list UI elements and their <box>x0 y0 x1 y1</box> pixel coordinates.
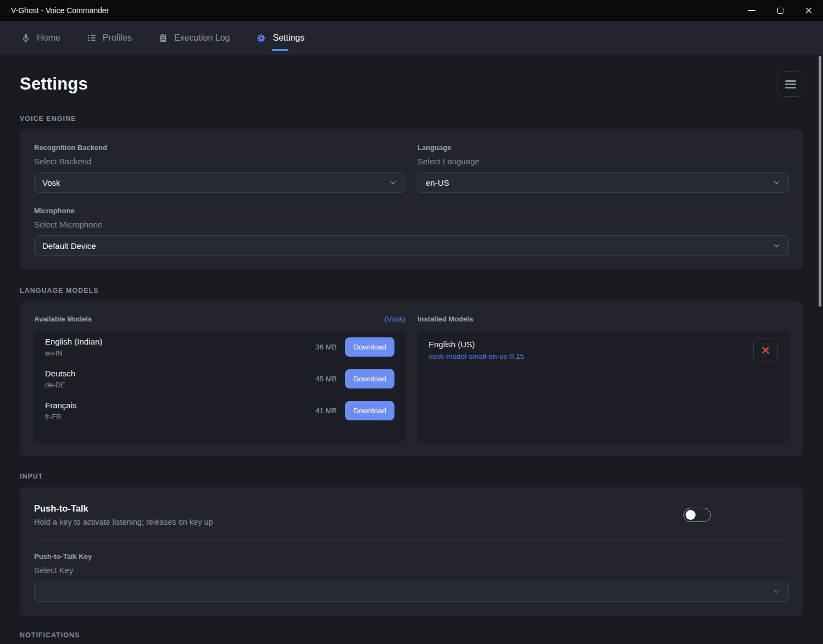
tab-execution-log[interactable]: Execution Log <box>157 21 231 55</box>
available-models-label: Available Models <box>34 315 92 323</box>
push-to-talk-label: Push-to-Talk <box>34 503 213 514</box>
title-bar: V-Ghost - Voice Commander <box>0 0 823 21</box>
microphone-select[interactable]: Default Device <box>34 235 789 256</box>
model-name: English (US) <box>429 340 524 349</box>
push-to-talk-key-field: Push-to-Talk Key Select Key <box>34 552 789 602</box>
hamburger-icon <box>785 79 796 90</box>
language-field: Language Select Language en-US <box>418 143 789 193</box>
scrollbar-thumb[interactable] <box>819 56 821 307</box>
push-to-talk-text: Push-to-Talk Hold a key to activate list… <box>34 503 213 526</box>
push-to-talk-description: Hold a key to activate listening; releas… <box>34 518 213 526</box>
backend-select-value: Vosk <box>42 178 60 187</box>
chevron-down-icon <box>772 587 781 596</box>
microphone-icon <box>21 33 31 43</box>
minimize-button[interactable] <box>737 0 766 21</box>
field-label: Recognition Backend <box>34 143 405 152</box>
input-card: Push-to-Talk Hold a key to activate list… <box>20 487 803 616</box>
model-code: de-DE <box>45 381 75 389</box>
gear-icon <box>256 33 266 43</box>
model-size: 45 MB <box>315 375 337 383</box>
microphone-select-value: Default Device <box>42 241 96 251</box>
divider <box>34 539 789 540</box>
installed-models-list: English (US) vosk-model-small-en-us-0.15 <box>418 331 789 443</box>
page-title: Settings <box>20 74 88 94</box>
window-controls <box>737 0 823 21</box>
field-label: Microphone <box>34 207 789 215</box>
download-button[interactable]: Download <box>345 337 394 357</box>
clipboard-icon <box>158 33 168 43</box>
section-heading-notifications: NOTIFICATIONS <box>20 631 803 639</box>
model-name: Français <box>45 401 77 410</box>
section-heading-voice-engine: VOICE ENGINE <box>20 115 803 123</box>
model-id: vosk-model-small-en-us-0.15 <box>429 352 524 360</box>
language-models-card: Available Models (Vosk) English (Indian)… <box>20 301 803 456</box>
section-heading-input: INPUT <box>20 473 803 480</box>
download-button[interactable]: Download <box>345 369 394 388</box>
available-models-list: English (Indian) en-IN 36 MB Download <box>34 331 405 443</box>
field-sublabel: Select Microphone <box>34 220 789 229</box>
language-select[interactable]: en-US <box>418 172 789 193</box>
model-name: Deutsch <box>45 369 75 378</box>
model-info: Français fr-FR <box>45 401 77 421</box>
section-heading-language-models: LANGUAGE MODELS <box>20 287 803 295</box>
model-info: English (US) vosk-model-small-en-us-0.15 <box>429 340 524 360</box>
model-info: Deutsch de-DE <box>45 369 75 389</box>
list-icon <box>87 33 97 43</box>
close-button[interactable] <box>794 0 823 21</box>
installed-models-label: Installed Models <box>418 315 473 323</box>
field-sublabel: Select Backend <box>34 157 405 166</box>
tab-home[interactable]: Home <box>20 21 62 55</box>
model-code: en-IN <box>45 349 102 357</box>
model-name: English (Indian) <box>45 337 102 346</box>
settings-page: Settings VOICE ENGINE Recognition Backen… <box>0 71 823 639</box>
active-tab-indicator <box>272 49 288 51</box>
model-actions: 36 MB Download <box>315 337 394 357</box>
chevron-down-icon <box>389 179 397 187</box>
download-button[interactable]: Download <box>345 401 394 420</box>
nav-bar: Home Profiles <box>0 21 823 55</box>
recognition-backend-field: Recognition Backend Select Backend Vosk <box>34 143 405 193</box>
minimize-icon <box>748 10 755 11</box>
installed-models-column: Installed Models English (US) vosk-model… <box>418 314 789 443</box>
tab-label: Home <box>37 33 60 43</box>
microphone-field: Microphone Select Microphone Default Dev… <box>34 207 789 256</box>
x-icon <box>761 346 770 354</box>
model-size: 41 MB <box>315 407 337 415</box>
field-label: Language <box>418 143 789 152</box>
available-models-column: Available Models (Vosk) English (Indian)… <box>34 314 405 443</box>
chevron-down-icon <box>772 242 781 250</box>
tab-label: Execution Log <box>174 33 230 43</box>
tab-profiles[interactable]: Profiles <box>86 21 133 55</box>
tab-label: Settings <box>273 33 304 43</box>
tab-settings[interactable]: Settings <box>255 21 305 55</box>
push-to-talk-toggle[interactable] <box>683 508 711 522</box>
available-model-row: English (Indian) en-IN 36 MB Download <box>34 331 405 363</box>
model-actions: 41 MB Download <box>315 401 394 420</box>
language-select-value: en-US <box>426 178 449 187</box>
backend-select[interactable]: Vosk <box>34 172 405 193</box>
tab-label: Profiles <box>103 33 132 43</box>
menu-button[interactable] <box>777 71 803 97</box>
model-code: fr-FR <box>45 413 77 421</box>
model-info: English (Indian) en-IN <box>45 337 102 357</box>
field-sublabel: Select Language <box>418 157 789 166</box>
maximize-button[interactable] <box>766 0 794 21</box>
toggle-knob-icon <box>686 510 696 520</box>
push-to-talk-key-select[interactable] <box>34 581 789 602</box>
maximize-icon <box>777 8 783 14</box>
model-size: 36 MB <box>315 343 337 351</box>
backend-hint: (Vosk) <box>385 315 405 323</box>
delete-model-button[interactable] <box>753 338 778 362</box>
available-model-row: Deutsch de-DE 45 MB Download <box>34 363 405 395</box>
voice-engine-card: Recognition Backend Select Backend Vosk … <box>20 129 803 270</box>
field-sublabel: Select Key <box>34 565 789 575</box>
app-window: V-Ghost - Voice Commander <box>0 0 823 644</box>
field-label: Push-to-Talk Key <box>34 552 789 560</box>
chevron-down-icon <box>772 179 781 187</box>
installed-model-row: English (US) vosk-model-small-en-us-0.15 <box>418 331 789 369</box>
available-model-row: Français fr-FR 41 MB Download <box>34 395 405 426</box>
close-icon <box>805 7 813 14</box>
window-title: V-Ghost - Voice Commander <box>0 6 109 15</box>
model-actions: 45 MB Download <box>315 369 394 388</box>
